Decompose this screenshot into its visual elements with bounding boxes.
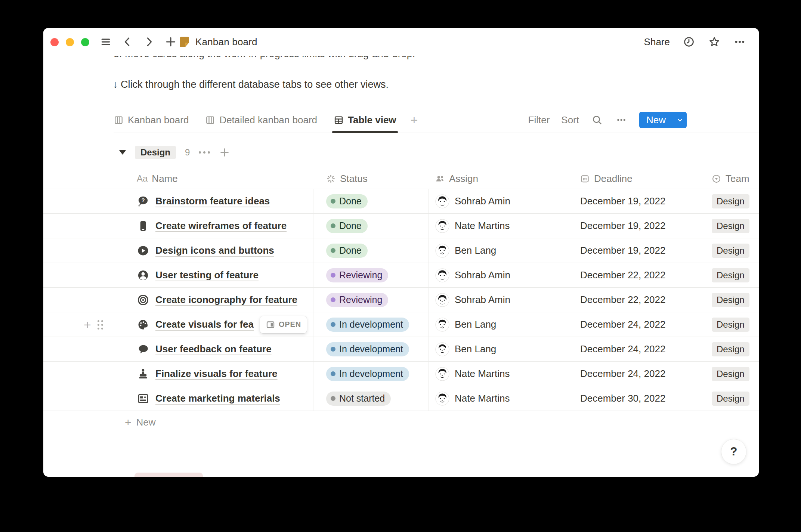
back-icon[interactable] xyxy=(121,35,134,48)
table-row[interactable]: ?Brainstorm feature ideas Done Sohrab Am… xyxy=(43,189,759,214)
assignee-cell[interactable]: Nate Martins xyxy=(428,362,574,386)
sidebar-menu-icon[interactable] xyxy=(99,35,112,48)
team-cell[interactable]: Design xyxy=(704,214,759,238)
table-row-hovered[interactable]: Create visuals for fea In development Be… xyxy=(43,312,759,337)
team-tag[interactable]: Design xyxy=(712,194,749,208)
deadline-cell[interactable]: December 19, 2022 xyxy=(574,238,704,263)
group-options-icon[interactable] xyxy=(199,151,210,154)
close-window-button[interactable] xyxy=(50,38,59,46)
status-badge[interactable]: Reviewing xyxy=(326,268,388,282)
team-cell[interactable]: Design xyxy=(704,238,759,263)
new-row-button[interactable]: + New xyxy=(43,411,759,434)
deadline-cell[interactable]: December 22, 2022 xyxy=(574,288,704,312)
team-tag[interactable]: Design xyxy=(712,392,749,406)
row-title[interactable]: Design icons and buttons xyxy=(155,245,274,256)
deadline-cell[interactable]: December 24, 2022 xyxy=(574,337,704,361)
favorite-star-icon[interactable] xyxy=(708,35,721,48)
help-button[interactable]: ? xyxy=(721,439,746,464)
status-badge[interactable]: In development xyxy=(326,342,409,356)
group-add-icon[interactable] xyxy=(219,147,230,158)
assignee-cell[interactable]: Ben Lang xyxy=(428,312,574,337)
column-header-assign[interactable]: Assign xyxy=(428,168,574,189)
column-header-name[interactable]: Aa Name xyxy=(114,168,313,189)
minimize-window-button[interactable] xyxy=(66,38,74,46)
assignee-cell[interactable]: Sohrab Amin xyxy=(428,189,574,213)
row-title[interactable]: Finalize visuals for feature xyxy=(155,368,278,380)
deadline-cell[interactable]: December 19, 2022 xyxy=(574,214,704,238)
row-title[interactable]: Create wireframes of feature xyxy=(155,220,287,232)
group-name-badge[interactable]: Design xyxy=(135,146,176,159)
sort-button[interactable]: Sort xyxy=(561,114,579,126)
row-title[interactable]: Create iconography for feature xyxy=(155,294,297,306)
tab-table-view[interactable]: Table view xyxy=(334,107,396,133)
row-title[interactable]: Brainstorm feature ideas xyxy=(155,195,270,207)
team-tag[interactable]: Design xyxy=(712,244,749,258)
team-tag[interactable]: Design xyxy=(712,367,749,381)
row-title[interactable]: Create marketing materials xyxy=(155,393,280,404)
page-title[interactable]: Kanban board xyxy=(195,36,257,48)
deadline-cell[interactable]: December 24, 2022 xyxy=(574,312,704,337)
team-cell[interactable]: Design xyxy=(704,263,759,287)
deadline-cell[interactable]: December 30, 2022 xyxy=(574,386,704,411)
deadline-cell[interactable]: December 19, 2022 xyxy=(574,189,704,213)
table-row[interactable]: Finalize visuals for feature In developm… xyxy=(43,362,759,386)
new-button-label[interactable]: New xyxy=(639,112,673,128)
status-badge[interactable]: Done xyxy=(326,219,368,233)
team-tag[interactable]: Design xyxy=(712,268,749,282)
team-tag[interactable]: Design xyxy=(712,293,749,307)
status-badge[interactable]: Reviewing xyxy=(326,293,388,307)
table-row[interactable]: User feedback on feature In development … xyxy=(43,337,759,362)
share-button[interactable]: Share xyxy=(644,36,670,48)
status-badge[interactable]: In development xyxy=(326,318,409,332)
deadline-cell[interactable]: December 22, 2022 xyxy=(574,263,704,287)
team-cell[interactable]: Design xyxy=(704,189,759,213)
tab-kanban-board[interactable]: Kanban board xyxy=(114,107,189,133)
table-row[interactable]: Create iconography for feature Reviewing… xyxy=(43,288,759,312)
status-badge[interactable]: In development xyxy=(326,367,409,381)
status-badge[interactable]: Done xyxy=(326,244,368,258)
new-button-dropdown[interactable] xyxy=(673,112,687,128)
table-row[interactable]: Create marketing materials Not started N… xyxy=(43,386,759,411)
view-options-icon[interactable] xyxy=(615,114,628,126)
new-page-icon[interactable] xyxy=(164,35,177,48)
search-icon[interactable] xyxy=(591,114,603,126)
status-badge[interactable]: Not started xyxy=(326,392,391,406)
column-header-status[interactable]: Status xyxy=(313,168,428,189)
add-view-icon[interactable]: + xyxy=(411,113,418,127)
assignee-cell[interactable]: Nate Martins xyxy=(428,386,574,411)
assignee-cell[interactable]: Sohrab Amin xyxy=(428,263,574,287)
table-row[interactable]: Create wireframes of feature Done Nate M… xyxy=(43,214,759,238)
column-header-team[interactable]: Team xyxy=(704,168,759,189)
deadline-cell[interactable]: December 24, 2022 xyxy=(574,362,704,386)
team-cell[interactable]: Design xyxy=(704,362,759,386)
row-title[interactable]: User feedback on feature xyxy=(155,343,272,355)
team-tag[interactable]: Design xyxy=(712,342,749,356)
team-cell[interactable]: Design xyxy=(704,288,759,312)
tab-detailed-kanban-board[interactable]: Detailed kanban board xyxy=(205,107,317,133)
forward-icon[interactable] xyxy=(143,35,155,48)
assignee-cell[interactable]: Nate Martins xyxy=(428,214,574,238)
assignee-cell[interactable]: Ben Lang xyxy=(428,337,574,361)
clock-history-icon[interactable] xyxy=(683,35,695,48)
row-title[interactable]: Create visuals for fea xyxy=(155,319,254,330)
table-row[interactable]: User testing of feature Reviewing Sohrab… xyxy=(43,263,759,288)
team-cell[interactable]: Design xyxy=(704,337,759,361)
more-options-icon[interactable] xyxy=(733,35,746,48)
collapse-group-icon[interactable] xyxy=(119,150,126,155)
drag-handle-icon[interactable] xyxy=(98,320,103,330)
team-cell[interactable]: Design xyxy=(704,312,759,337)
team-cell[interactable]: Design xyxy=(704,386,759,411)
filter-button[interactable]: Filter xyxy=(528,114,550,126)
open-page-button[interactable]: OPEN xyxy=(260,316,307,333)
team-tag[interactable]: Design xyxy=(712,318,749,332)
add-row-icon[interactable]: + xyxy=(84,319,91,331)
status-badge[interactable]: Done xyxy=(326,194,368,208)
new-button[interactable]: New xyxy=(639,112,687,128)
assignee-cell[interactable]: Ben Lang xyxy=(428,238,574,263)
assignee-cell[interactable]: Sohrab Amin xyxy=(428,288,574,312)
team-tag[interactable]: Design xyxy=(712,219,749,233)
column-header-deadline[interactable]: Deadline xyxy=(574,168,704,189)
table-row[interactable]: Design icons and buttons Done Ben Lang D… xyxy=(43,238,759,263)
row-title[interactable]: User testing of feature xyxy=(155,269,259,281)
zoom-window-button[interactable] xyxy=(81,38,89,46)
